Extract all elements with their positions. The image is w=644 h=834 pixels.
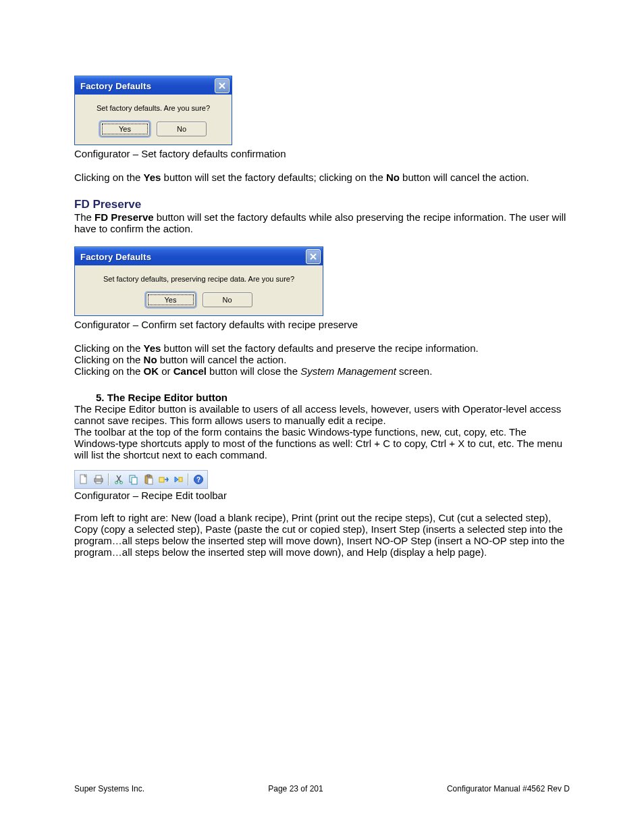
yes-button[interactable]: Yes: [146, 292, 196, 307]
dialog-buttons: Yes No: [82, 122, 225, 136]
paste-icon[interactable]: [142, 473, 155, 486]
svg-rect-7: [132, 477, 137, 484]
dialog-titlebar: Factory Defaults: [75, 76, 232, 95]
footer-left: Super Systems Inc.: [74, 784, 144, 793]
help-icon[interactable]: ?: [192, 473, 205, 486]
paragraph: Clicking on the Yes button will set the …: [74, 342, 570, 354]
insert-step-icon[interactable]: [157, 473, 170, 486]
yes-button[interactable]: Yes: [100, 122, 150, 136]
svg-text:?: ?: [196, 476, 200, 484]
figure-caption: Configurator – Set factory defaults conf…: [74, 148, 570, 159]
print-icon[interactable]: [92, 473, 105, 486]
svg-point-4: [115, 481, 118, 484]
svg-rect-2: [96, 475, 101, 479]
footer-right: Configurator Manual #4562 Rev D: [447, 784, 570, 793]
dialog-title: Factory Defaults: [80, 252, 151, 262]
copy-icon[interactable]: [127, 473, 140, 486]
close-icon[interactable]: [306, 249, 321, 264]
svg-rect-3: [96, 481, 101, 484]
paragraph: The FD Preserve button will set the fact…: [74, 211, 570, 234]
no-button[interactable]: No: [203, 292, 252, 307]
figure-caption: Configurator – Recipe Edit toolbar: [74, 490, 570, 501]
figure-caption: Configurator – Confirm set factory defau…: [74, 319, 570, 330]
close-icon[interactable]: [215, 78, 230, 93]
paragraph: From left to right are: New (load a blan…: [74, 512, 570, 558]
insert-noop-icon[interactable]: [171, 473, 185, 486]
footer-center: Page 23 of 201: [268, 784, 323, 793]
dialog-titlebar: Factory Defaults: [75, 247, 323, 265]
svg-rect-9: [147, 475, 150, 477]
toolbar-separator: [188, 473, 189, 486]
svg-rect-10: [148, 478, 153, 484]
paragraph: Clicking on the Yes button will set the …: [74, 172, 570, 183]
recipe-edit-toolbar: ?: [74, 470, 208, 489]
dialog-title: Factory Defaults: [80, 81, 151, 91]
no-button[interactable]: No: [157, 122, 207, 136]
toolbar-separator: [108, 473, 109, 486]
paragraph: Clicking on the No button will cancel th…: [74, 354, 570, 365]
dialog-buttons: Yes No: [82, 292, 316, 307]
dialog-body: Set factory defaults, preserving recipe …: [75, 265, 323, 315]
svg-rect-12: [179, 477, 182, 481]
new-icon[interactable]: [77, 473, 90, 486]
paragraph: Clicking on the OK or Cancel button will…: [74, 365, 570, 377]
document-page: Factory Defaults Set factory defaults. A…: [0, 0, 644, 834]
svg-rect-11: [159, 477, 164, 482]
heading-recipe-editor: 5. The Recipe Editor button: [96, 392, 570, 403]
factory-defaults-preserve-dialog: Factory Defaults Set factory defaults, p…: [74, 246, 323, 316]
dialog-message: Set factory defaults. Are you sure?: [82, 104, 225, 112]
factory-defaults-dialog: Factory Defaults Set factory defaults. A…: [74, 76, 232, 145]
svg-point-5: [120, 481, 123, 484]
dialog-body: Set factory defaults. Are you sure? Yes …: [75, 95, 232, 145]
paragraph: The toolbar at the top of the form conta…: [74, 426, 570, 461]
paragraph: The Recipe Editor button is available to…: [74, 403, 570, 426]
page-footer: Super Systems Inc. Page 23 of 201 Config…: [74, 784, 570, 793]
cut-icon[interactable]: [112, 473, 126, 486]
dialog-message: Set factory defaults, preserving recipe …: [82, 275, 316, 283]
heading-fd-preserve: FD Preserve: [74, 198, 570, 211]
